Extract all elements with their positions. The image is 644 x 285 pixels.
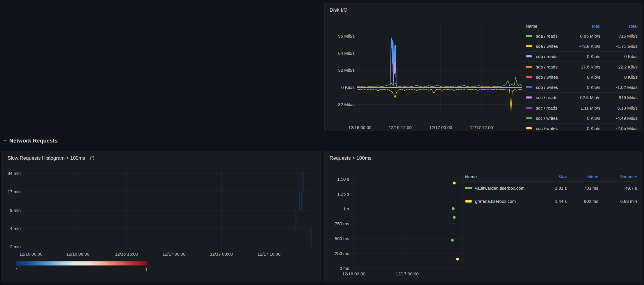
svg-text:2 min: 2 min	[10, 244, 21, 249]
svg-text:34 min: 34 min	[8, 171, 21, 176]
svg-text:-32 Mib/s: -32 Mib/s	[337, 102, 355, 107]
series-name[interactable]: grafana.tiserbox.com	[462, 199, 535, 204]
series-variance: 49.7 s	[601, 186, 637, 191]
series-total: 715 Mib/s	[603, 34, 638, 38]
panel-disk-io: Disk I/O 96 Mib/s64 Mib/s32 Mib/s0 Kib/s…	[324, 3, 642, 131]
series-color-swatch	[465, 187, 472, 189]
series-name[interactable]: sdc / reads	[526, 95, 566, 100]
panel-requests-100ms: Requests > 100ms 1.50 s1.25 s1 s750 ms50…	[324, 151, 642, 282]
series-max: 0 Kib/s	[568, 126, 600, 131]
series-total: 22.2 Kib/s	[603, 64, 638, 69]
heatmap-color-scale: 1 1	[16, 261, 147, 272]
svg-text:0 ms: 0 ms	[339, 266, 349, 271]
series-color-swatch	[526, 107, 532, 109]
svg-text:12/16 00:00: 12/16 00:00	[342, 271, 365, 276]
disk-legend-row[interactable]: sda / reads8.85 Mib/s715 Mib/s	[526, 31, 638, 41]
disk-legend-row[interactable]: sdb / reads17.6 Kib/s22.2 Kib/s	[526, 62, 638, 72]
legend-header-variance[interactable]: Variance	[601, 174, 637, 179]
svg-text:12/16 16:00: 12/16 16:00	[115, 251, 138, 256]
svg-text:12/16 12:00: 12/16 12:00	[388, 125, 411, 130]
section-network-requests[interactable]: Network Requests	[3, 138, 58, 144]
svg-text:250 ms: 250 ms	[335, 251, 349, 256]
disk-legend-row[interactable]: sdc / writes0 Kib/s-4.49 Mib/s	[526, 113, 638, 123]
chevron-down-icon[interactable]	[3, 139, 7, 143]
legend-header-name[interactable]: Name	[462, 174, 535, 179]
disk-legend-row[interactable]: sdc / writes0 Kib/s-2.05 Mib/s	[526, 124, 638, 131]
requests-legend-row[interactable]: grafana.tiserbox.com1.44 s802 ms6.83 min	[462, 195, 637, 208]
svg-text:12/17 00:00: 12/17 00:00	[162, 251, 185, 256]
series-max: 0 Kib/s	[568, 116, 600, 121]
svg-text:12/17 08:00: 12/17 08:00	[210, 251, 233, 256]
svg-text:750 ms: 750 ms	[335, 221, 349, 226]
series-color-swatch	[526, 127, 532, 129]
series-name[interactable]: vaultwarden.tiserbox.com	[462, 186, 535, 191]
series-variance: 6.83 min	[601, 199, 637, 204]
series-total: 0 Kib/s	[603, 54, 638, 59]
disk-legend-row[interactable]: sdb / writes0 Kib/s0 Kib/s	[526, 72, 638, 82]
series-color-swatch	[526, 96, 532, 98]
series-color-swatch	[526, 76, 532, 78]
legend-header-max[interactable]: Max	[568, 24, 600, 29]
svg-text:1.50 s: 1.50 s	[337, 177, 349, 182]
svg-text:12/16 08:00: 12/16 08:00	[66, 251, 89, 256]
series-max: 62.5 Mib/s	[568, 95, 600, 100]
svg-text:9 min: 9 min	[10, 208, 21, 213]
series-name[interactable]: sdc / writes	[526, 116, 566, 121]
series-total: -4.49 Mib/s	[603, 116, 638, 121]
legend-header-name[interactable]: Name	[526, 24, 566, 29]
series-name[interactable]: sda / writes	[526, 44, 566, 49]
series-name[interactable]: sdb / reads	[526, 54, 566, 59]
svg-text:12/17 16:00: 12/17 16:00	[257, 251, 280, 256]
series-max: 1.44 s	[538, 199, 567, 204]
legend-header-max[interactable]: Max	[538, 174, 567, 179]
series-name[interactable]: sdb / writes	[526, 75, 566, 80]
series-total: -1.02 Mib/s	[603, 85, 638, 90]
series-max: 1.01 s	[538, 186, 567, 191]
svg-text:64 Mib/s: 64 Mib/s	[338, 51, 355, 56]
series-name[interactable]: sdb / writes	[526, 85, 566, 90]
series-name[interactable]: sdc / writes	[526, 126, 566, 131]
requests-legend-row[interactable]: vaultwarden.tiserbox.com1.01 s783 ms49.7…	[462, 182, 637, 195]
series-total: 0 Kib/s	[603, 75, 638, 80]
series-color-swatch	[526, 35, 532, 37]
series-name[interactable]: sda / reads	[526, 34, 566, 38]
series-color-swatch	[526, 117, 532, 119]
svg-text:12/17 12:00: 12/17 12:00	[470, 125, 493, 130]
disk-legend-row[interactable]: sda / writes-73.8 Kib/s-1.71 Gib/s	[526, 41, 638, 51]
section-title: Network Requests	[9, 138, 58, 144]
disk-legend-row[interactable]: sdb / writes0 Kib/s-1.02 Mib/s	[526, 82, 638, 92]
svg-text:12/16 00:00: 12/16 00:00	[348, 125, 371, 130]
series-max: 0 Kib/s	[568, 85, 600, 90]
svg-text:12/16 00:00: 12/16 00:00	[19, 251, 42, 256]
svg-text:1.25 s: 1.25 s	[337, 191, 349, 196]
disk-legend-row[interactable]: sdb / reads0 Kib/s0 Kib/s	[526, 52, 638, 62]
series-color-swatch	[526, 55, 532, 57]
series-name[interactable]: sdb / reads	[526, 64, 566, 69]
series-color-swatch	[465, 200, 472, 203]
color-scale-gradient[interactable]	[16, 261, 147, 265]
series-mean: 802 ms	[569, 199, 598, 204]
color-scale-min: 1	[16, 267, 18, 272]
svg-text:96 Mib/s: 96 Mib/s	[338, 34, 355, 38]
series-color-swatch	[526, 45, 532, 47]
disk-io-legend-table: Name Max Total sda / reads8.85 Mib/s715 …	[526, 21, 638, 131]
series-max: 17.6 Kib/s	[568, 64, 600, 69]
series-total: -2.05 Mib/s	[603, 126, 638, 131]
disk-legend-row[interactable]: sdc / reads1.11 Mib/s6.13 Mib/s	[526, 103, 638, 113]
svg-text:17 min: 17 min	[8, 189, 21, 194]
svg-text:500 ms: 500 ms	[335, 236, 349, 241]
svg-text:12/17 00:00: 12/17 00:00	[395, 271, 418, 276]
series-max: -73.8 Kib/s	[568, 44, 600, 49]
legend-header-total[interactable]: Total	[603, 24, 638, 29]
svg-text:32 Mib/s: 32 Mib/s	[338, 68, 355, 73]
svg-text:1 s: 1 s	[343, 206, 349, 211]
requests-scatter-chart: 1.50 s1.25 s1 s750 ms500 ms250 ms0 ms12/…	[325, 151, 642, 282]
requests-legend-table: Name Max Mean Variance vaultwarden.tiser…	[462, 172, 637, 208]
series-mean: 783 ms	[569, 186, 598, 191]
disk-legend-row[interactable]: sdc / reads62.5 Mib/s819 Mib/s	[526, 93, 638, 103]
series-total: 6.13 Mib/s	[603, 105, 638, 110]
legend-header-mean[interactable]: Mean	[569, 174, 598, 179]
series-name[interactable]: sdc / reads	[526, 105, 566, 110]
series-max: 8.85 Mib/s	[568, 34, 600, 38]
series-total: 819 Mib/s	[603, 95, 638, 100]
